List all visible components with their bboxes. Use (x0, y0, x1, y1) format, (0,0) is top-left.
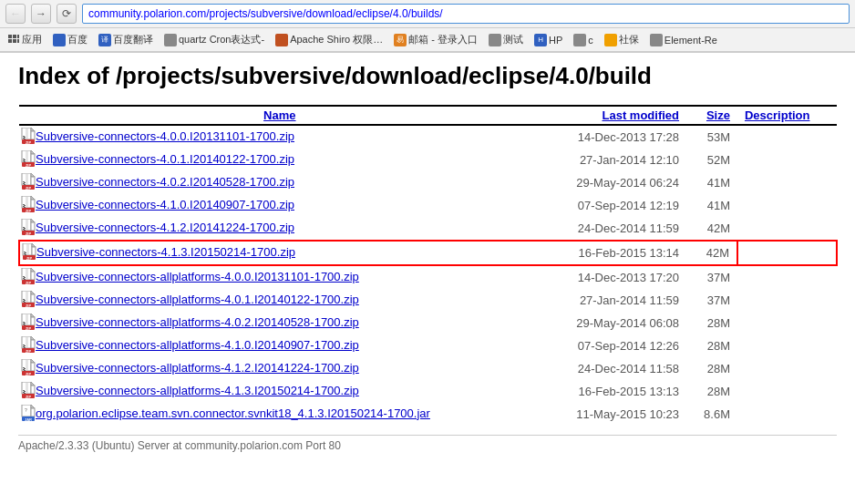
svg-rect-108 (31, 363, 35, 371)
table-row: ZIP Subversive-connectors-allplatforms-4… (19, 312, 837, 334)
svg-rect-8 (31, 131, 35, 139)
svg-rect-93 (23, 324, 25, 324)
table-row: ZIP Subversive-connectors-4.0.2.I2014052… (19, 171, 837, 194)
file-link[interactable]: Subversive-connectors-4.0.2.I20140528-17… (36, 175, 294, 189)
svg-rect-113 (23, 369, 25, 370)
bookmark-shiro[interactable]: Apache Shiro 权限… (272, 32, 386, 47)
svg-rect-38 (31, 200, 35, 208)
bookmark-hp[interactable]: H HP (531, 33, 566, 47)
file-size-cell: 42M (686, 217, 737, 241)
file-desc-cell (737, 171, 837, 194)
file-size-cell: 41M (686, 171, 737, 194)
file-link[interactable]: Subversive-connectors-allplatforms-4.1.0… (36, 338, 359, 352)
file-size-cell: 37M (686, 265, 737, 289)
file-link[interactable]: Subversive-connectors-allplatforms-4.1.3… (36, 384, 359, 397)
svg-marker-57 (32, 243, 36, 247)
svg-marker-27 (31, 173, 35, 177)
svg-rect-58 (32, 247, 36, 255)
svg-rect-99 (26, 336, 28, 348)
zip-icon: ZIP (21, 382, 36, 398)
svg-text:ZIP: ZIP (26, 349, 32, 354)
col-size-header[interactable]: Size (686, 106, 737, 125)
bookmark-translate-label: 百度翻译 (113, 33, 153, 46)
file-name-cell: ZIP Subversive-connectors-4.1.0.I2014090… (19, 194, 541, 217)
svg-rect-64 (25, 252, 26, 253)
svg-rect-62 (24, 252, 26, 252)
col-modified-header[interactable]: Last modified (541, 106, 686, 125)
svg-rect-79 (26, 291, 28, 303)
svg-rect-33 (23, 183, 25, 184)
svg-rect-75 (24, 279, 26, 280)
svg-rect-123 (23, 392, 25, 393)
file-link[interactable]: Subversive-connectors-4.1.3.I20150214-17… (36, 245, 295, 259)
zip-icon: ZIP (21, 219, 36, 235)
svg-rect-29 (26, 173, 28, 185)
file-link[interactable]: Subversive-connectors-allplatforms-4.0.1… (36, 293, 359, 306)
file-link[interactable]: Subversive-connectors-4.0.1.I20140122-17… (36, 152, 294, 166)
bookmark-mail[interactable]: 易 邮箱 - 登录入口 (390, 32, 481, 47)
table-row: ZIP Subversive-connectors-allplatforms-4… (19, 265, 837, 289)
file-name-cell: ZIP Subversive-connectors-4.1.2.I2014122… (19, 217, 541, 241)
svg-marker-127 (31, 405, 35, 408)
table-row: ZIP Subversive-connectors-4.0.1.I2014012… (19, 149, 837, 171)
table-header-row: Name Last modified Size Description (19, 106, 837, 125)
file-size-cell: 28M (686, 334, 737, 357)
address-bar[interactable] (82, 4, 850, 24)
bookmark-apps[interactable]: 应用 (4, 32, 46, 47)
col-desc-header[interactable]: Description (737, 106, 837, 125)
file-name-cell: ZIP Subversive-connectors-allplatforms-4… (19, 334, 541, 357)
bookmark-translate[interactable]: 译 百度翻译 (95, 32, 157, 47)
file-link[interactable]: Subversive-connectors-allplatforms-4.1.2… (36, 361, 359, 375)
svg-marker-67 (31, 268, 35, 272)
browser-toolbar: ← → ⟳ (0, 0, 855, 28)
svg-rect-105 (24, 347, 26, 348)
bookmark-quartz[interactable]: quartz Cron表达式- (160, 32, 268, 47)
svg-rect-124 (24, 391, 26, 392)
svg-rect-42 (23, 204, 25, 205)
file-desc-cell (737, 334, 837, 357)
file-size-cell: 28M (686, 312, 737, 334)
svg-rect-55 (24, 230, 26, 231)
svg-rect-4 (13, 39, 16, 43)
file-link[interactable]: Subversive-connectors-allplatforms-4.0.0… (36, 270, 359, 283)
bookmark-baidu-label: 百度 (67, 33, 88, 46)
file-link[interactable]: Subversive-connectors-4.1.0.I20140907-17… (36, 198, 294, 211)
file-link[interactable]: org.polarion.eclipse.team.svn.connector.… (36, 406, 430, 420)
svg-rect-45 (24, 207, 26, 208)
svg-rect-34 (24, 182, 26, 183)
forward-button[interactable]: → (31, 4, 51, 24)
browser-chrome: ← → ⟳ 应用 百度 译 百度翻译 quartz Cron表达式- (0, 0, 855, 53)
svg-rect-43 (23, 206, 25, 207)
refresh-button[interactable]: ⟳ (57, 4, 77, 24)
svg-text:ZIP: ZIP (26, 372, 32, 376)
bookmark-baidu[interactable]: 百度 (49, 32, 91, 47)
table-row: ZIP Subversive-connectors-4.1.2.I2014122… (19, 217, 837, 241)
bookmark-test-label: 测试 (503, 33, 523, 46)
file-size-cell: 37M (686, 289, 737, 312)
svg-text:ZIP: ZIP (26, 326, 32, 331)
svg-rect-15 (24, 139, 26, 139)
bookmark-social[interactable]: 社保 (601, 32, 643, 47)
col-name-header[interactable]: Name (19, 106, 541, 125)
file-link[interactable]: Subversive-connectors-4.1.2.I20141224-17… (36, 221, 294, 234)
table-row: ZIP Subversive-connectors-allplatforms-4… (19, 289, 837, 312)
svg-rect-88 (31, 317, 35, 325)
zip-icon: ZIP (21, 336, 36, 353)
svg-text:ZIP: ZIP (26, 281, 32, 285)
bookmark-c[interactable]: c (570, 33, 597, 47)
file-desc-cell (737, 265, 837, 289)
back-button[interactable]: ← (5, 4, 26, 24)
svg-marker-37 (31, 196, 35, 200)
file-table: Name Last modified Size Description ZIP … (18, 105, 837, 426)
svg-rect-69 (26, 268, 28, 280)
file-link[interactable]: Subversive-connectors-allplatforms-4.0.2… (36, 315, 359, 329)
table-row: ZIP Subversive-connectors-allplatforms-4… (19, 334, 837, 357)
zip-icon: ZIP (21, 291, 36, 307)
table-row: JAR ? org.polarion.eclipse.team.svn.conn… (19, 403, 837, 426)
file-link[interactable]: Subversive-connectors-4.0.0.I20131101-17… (36, 129, 294, 143)
bookmark-test[interactable]: 测试 (485, 32, 527, 47)
svg-rect-0 (8, 35, 12, 38)
svg-marker-97 (31, 336, 35, 340)
svg-text:ZIP: ZIP (26, 231, 32, 236)
bookmark-element[interactable]: Element-Re (646, 33, 721, 47)
